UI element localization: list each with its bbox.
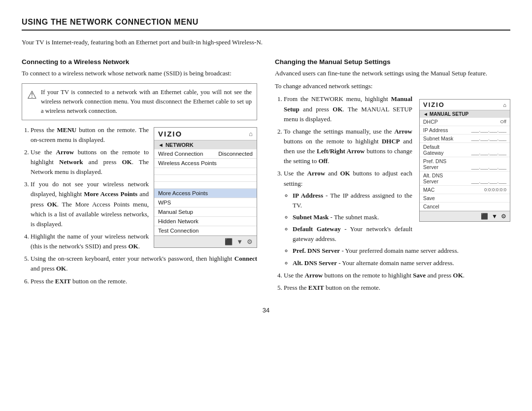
wired-value: Disconnected <box>218 151 253 157</box>
wps-label: WPS <box>158 200 171 206</box>
dhcp-label: DHCP <box>423 119 438 125</box>
page-title: USING THE NETWORK CONNECTION MENU <box>22 18 510 31</box>
ms-row-mac: MAC 0:0:0:0:0:0 <box>420 186 510 194</box>
alt-dns-label2: Server <box>423 178 438 184</box>
ip-label: IP Address <box>423 127 448 133</box>
manual-setup-tv-screen: VIZIO ⌂ ◄ MANUAL SETUP DHCP Off IP Addre… <box>419 99 510 222</box>
monitor-icon: ⬛ <box>225 238 233 245</box>
right-step-5: Press the EXIT button on the remote. <box>284 283 510 293</box>
ms-monitor-icon: ⬛ <box>481 213 488 220</box>
section1-title: Connecting to a Wireless Network <box>22 58 257 66</box>
network-tv-screen: VIZIO ⌂ ◄ NETWORK Wired Connection Disco… <box>154 127 257 248</box>
dhcp-value: Off <box>500 119 507 125</box>
left-column: Connecting to a Wireless Network To conn… <box>22 52 257 296</box>
down-arrow-icon: ▼ <box>236 238 243 245</box>
mac-label: MAC <box>423 187 434 193</box>
manual-setup-label: Manual Setup <box>158 209 193 215</box>
ip-value: ___.___.___.___ <box>471 127 506 133</box>
menu-item-hidden-network: Hidden Network <box>154 217 257 226</box>
ms-row-ip: IP Address ___.___.___.___ <box>420 126 510 135</box>
tv-nav-bar: ◄ NETWORK <box>154 140 257 149</box>
section2-title: Changing the Manual Setup Settings <box>275 58 510 66</box>
hidden-network-label: Hidden Network <box>158 218 199 224</box>
section2-intro: Advanced users can fine-tune the network… <box>275 68 510 78</box>
nav-back-arrow: ◄ <box>158 142 164 148</box>
right-step-4: Use the Arrow buttons on the remote to h… <box>284 271 510 280</box>
ms-nav-arrow: ◄ <box>423 111 428 117</box>
test-connection-label: Test Connection <box>158 228 199 234</box>
ms-footer: ⬛ ▼ ⚙ <box>420 211 510 221</box>
intro-text: Your TV is Internet-ready, featuring bot… <box>22 37 510 47</box>
subnet-value: ___.___.___.___ <box>471 136 506 141</box>
more-ap-label: More Access Points <box>158 190 208 196</box>
alt-dns-label: Alt. DNS <box>423 172 506 178</box>
ms-row-subnet: Subnet Mask ___.___.___.___ <box>420 135 510 143</box>
cancel-label: Cancel <box>423 204 439 209</box>
menu-item-test-connection: Test Connection <box>154 226 257 236</box>
warning-box: ⚠ If your TV is connected to a network w… <box>22 83 257 120</box>
gateway-value: ___.___.___.___ <box>471 150 506 156</box>
bullet-pref-dns: Pref. DNS Server - Your preferred domain… <box>293 246 510 256</box>
ms-row-alt-dns: Alt. DNS Server ___.___.___.___ <box>420 171 510 186</box>
gateway-label2: Gateway <box>423 150 443 156</box>
page-number: 34 <box>22 307 510 314</box>
home-icon: ⌂ <box>249 130 253 137</box>
menu-item-blank3 <box>154 182 257 189</box>
ms-row-gateway: Default Gateway ___.___.___.___ <box>420 143 510 157</box>
warning-text: If your TV is connected to a network wit… <box>41 88 252 115</box>
tv-screen-header: VIZIO ⌂ <box>154 128 257 140</box>
bullet-alt-dns: Alt. DNS Server - Your alternate domain … <box>293 258 510 268</box>
bullet-gateway: Default Gateway - Your network's default… <box>293 224 510 244</box>
menu-item-blank1 <box>154 168 257 175</box>
menu-item-blank2 <box>154 175 257 182</box>
step-5: Using the on-screen keyboard, enter your… <box>31 254 257 274</box>
gear-icon: ⚙ <box>247 238 253 245</box>
ms-screen-header: VIZIO ⌂ <box>420 100 510 110</box>
subnet-label: Subnet Mask <box>423 136 453 141</box>
pref-dns-label: Pref. DNS <box>423 158 506 164</box>
save-label: Save <box>423 195 435 201</box>
right-column: Changing the Manual Setup Settings Advan… <box>275 52 510 296</box>
pref-dns-label2: Server <box>423 164 438 170</box>
ms-row-dhcp: DHCP Off <box>420 118 510 126</box>
tv-footer: ⬛ ▼ ⚙ <box>154 236 257 247</box>
step-6: Press the EXIT button on the remote. <box>31 276 257 286</box>
mac-value: 0:0:0:0:0:0 <box>484 187 506 193</box>
vizio-logo: VIZIO <box>158 130 182 138</box>
ms-row-cancel: Cancel <box>420 203 510 211</box>
wireless-ap-label: Wireless Access Points <box>158 160 217 166</box>
alt-dns-value: ___.___.___.___ <box>471 178 506 184</box>
menu-item-more-ap: More Access Points <box>154 189 257 198</box>
menu-item-manual-setup: Manual Setup <box>154 207 257 217</box>
section1-intro: To connect to a wireless network whose n… <box>22 68 257 78</box>
ms-home-icon: ⌂ <box>503 102 506 108</box>
ms-nav-bar: ◄ MANUAL SETUP <box>420 110 510 118</box>
warning-icon: ⚠ <box>27 89 37 102</box>
menu-item-wps: WPS <box>154 198 257 207</box>
ms-gear-icon: ⚙ <box>501 213 506 220</box>
nav-label: NETWORK <box>166 142 194 148</box>
wired-label: Wired Connection <box>158 151 203 157</box>
section2-sub: To change advanced network settings: <box>275 81 510 91</box>
ms-vizio-logo: VIZIO <box>423 101 445 108</box>
menu-item-wireless-ap: Wireless Access Points <box>154 159 257 168</box>
menu-item-wired: Wired Connection Disconnected <box>154 149 257 159</box>
two-column-layout: Connecting to a Wireless Network To conn… <box>22 52 510 296</box>
gateway-label: Default <box>423 144 506 150</box>
page: USING THE NETWORK CONNECTION MENU Your T… <box>0 0 532 411</box>
ms-nav-label: MANUAL SETUP <box>430 111 468 117</box>
ms-row-save: Save <box>420 194 510 203</box>
ms-down-icon: ▼ <box>492 213 498 220</box>
pref-dns-value: ___.___.___.___ <box>471 164 506 170</box>
ms-row-pref-dns: Pref. DNS Server ___.___.___.___ <box>420 157 510 171</box>
